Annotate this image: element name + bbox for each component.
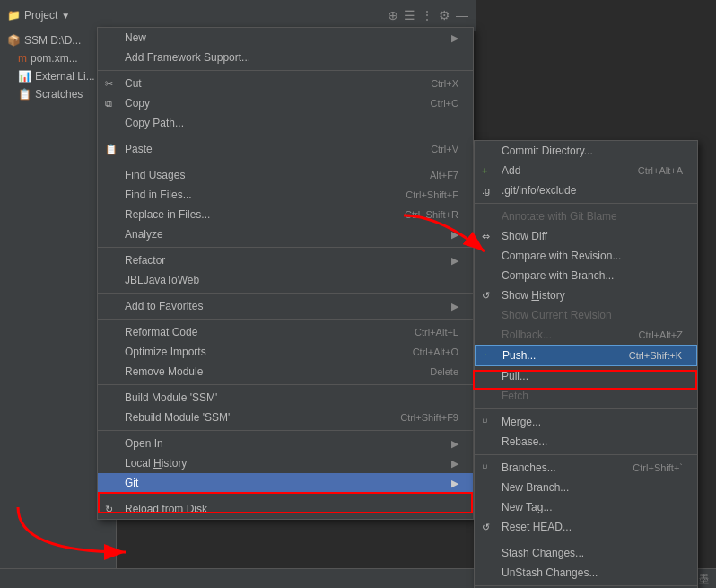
history-icon: ↺	[482, 290, 490, 302]
minimize-icon[interactable]: —	[456, 8, 468, 22]
separator-7	[98, 384, 473, 385]
menu-reformat[interactable]: Reformat Code Ctrl+Alt+L	[98, 322, 473, 342]
dropdown-icon[interactable]: ▼	[61, 11, 70, 21]
copy-icon: ⧉	[105, 98, 112, 110]
menu-new[interactable]: New ▶	[98, 28, 473, 48]
git-unstash[interactable]: UnStash Changes...	[475, 563, 697, 583]
maven-icon: m	[18, 52, 27, 65]
scratches-icon: 📋	[18, 88, 31, 101]
reset-icon: ↺	[482, 522, 490, 533]
git-new-branch[interactable]: New Branch...	[475, 478, 697, 497]
cut-icon: ✂	[105, 78, 113, 90]
menu-git[interactable]: Git ▶	[98, 473, 473, 493]
git-rebase[interactable]: Rebase...	[475, 432, 697, 452]
git-compare-branch[interactable]: Compare with Branch...	[475, 266, 697, 285]
git-sep-4	[475, 540, 697, 540]
separator-6	[98, 319, 473, 320]
menu-open-in[interactable]: Open In ▶	[98, 434, 473, 453]
separator-4	[98, 247, 473, 248]
context-menu-right: Commit Directory... + Add Ctrl+Alt+A .g …	[474, 140, 698, 588]
reload-icon: ↻	[105, 504, 113, 515]
git-sep-2	[475, 408, 697, 409]
separator-8	[98, 430, 473, 431]
git-stash[interactable]: Stash Changes...	[475, 543, 697, 563]
git-branches[interactable]: ⑂ Branches... Ctrl+Shift+`	[475, 458, 697, 478]
push-icon: ↑	[483, 350, 488, 361]
menu-cut[interactable]: ✂ Cut Ctrl+X	[98, 74, 473, 93]
git-fetch: Fetch	[475, 386, 697, 406]
menu-build-module[interactable]: Build Module 'SSM'	[98, 388, 473, 408]
git-commit-dir[interactable]: Commit Directory...	[475, 141, 697, 161]
git-exclude[interactable]: .g .git/info/exclude	[475, 180, 697, 200]
folder-icon: 📁	[7, 9, 21, 22]
git-show-diff[interactable]: ⇔ Show Diff	[475, 226, 697, 246]
menu-copy-path[interactable]: Copy Path...	[98, 113, 473, 133]
merge-icon: ⑂	[482, 417, 488, 427]
separator-9	[98, 496, 473, 496]
paste-icon: 📋	[105, 144, 118, 155]
menu-find-usages[interactable]: Find Usages Alt+F7	[98, 165, 473, 185]
menu-replace-in-files[interactable]: Replace in Files... Ctrl+Shift+R	[98, 205, 473, 224]
diff-icon: ⇔	[482, 231, 490, 242]
git-sep-5	[475, 585, 697, 586]
menu-paste[interactable]: 📋 Paste Ctrl+V	[98, 139, 473, 159]
menu-add-favorites[interactable]: Add to Favorites ▶	[98, 296, 473, 316]
separator-5	[98, 293, 473, 294]
expand-icon[interactable]: ☰	[404, 8, 415, 22]
branch-icon: ⑂	[482, 462, 488, 473]
menu-optimize[interactable]: Optimize Imports Ctrl+Alt+O	[98, 342, 473, 362]
git-blame: Annotate with Git Blame	[475, 206, 697, 226]
menu-find-in-files[interactable]: Find in Files... Ctrl+Shift+F	[98, 185, 473, 205]
menu-remove-module[interactable]: Remove Module Delete	[98, 362, 473, 382]
settings-icon[interactable]: ⚙	[439, 8, 450, 22]
menu-copy[interactable]: ⧉ Copy Ctrl+C	[98, 93, 473, 113]
context-menu-left: New ▶ Add Framework Support... ✂ Cut Ctr…	[97, 27, 474, 520]
git-pull[interactable]: Pull...	[475, 366, 697, 386]
plus-icon: +	[482, 165, 487, 176]
collapse-icon[interactable]: ⋮	[421, 8, 433, 22]
git-sep-1	[475, 203, 697, 204]
git-sep-3	[475, 454, 697, 455]
menu-reload[interactable]: ↻ Reload from Disk	[98, 499, 473, 519]
menu-analyze[interactable]: Analyze ▶	[98, 224, 473, 244]
git-push[interactable]: ↑ Push... Ctrl+Shift+K	[475, 345, 697, 366]
git-rollback: Rollback... Ctrl+Alt+Z	[475, 325, 697, 345]
menu-rebuild-module[interactable]: Rebuild Module 'SSM' Ctrl+Shift+F9	[98, 408, 473, 427]
scope-icon[interactable]: ⊕	[388, 8, 398, 22]
separator-3	[98, 162, 473, 162]
menu-add-framework[interactable]: Add Framework Support...	[98, 48, 473, 67]
git-compare-revision[interactable]: Compare with Revision...	[475, 246, 697, 266]
project-title: 📁 Project ▼	[7, 9, 70, 22]
git-new-tag[interactable]: New Tag...	[475, 497, 697, 517]
separator-1	[98, 70, 473, 71]
git-reset-head[interactable]: ↺ Reset HEAD...	[475, 517, 697, 537]
menu-refactor[interactable]: Refactor ▶	[98, 250, 473, 270]
module-icon: 📦	[7, 34, 21, 47]
git-show-history[interactable]: ↺ Show History	[475, 285, 697, 305]
menu-jbl[interactable]: JBLJavaToWeb	[98, 270, 473, 290]
git-icon: .g	[482, 185, 490, 196]
separator-2	[98, 136, 473, 136]
git-merge[interactable]: ⑂ Merge...	[475, 412, 697, 432]
menu-local-history[interactable]: Local History ▶	[98, 453, 473, 473]
git-show-current: Show Current Revision	[475, 305, 697, 325]
library-icon: 📊	[18, 70, 31, 83]
git-add[interactable]: + Add Ctrl+Alt+A	[475, 161, 697, 180]
